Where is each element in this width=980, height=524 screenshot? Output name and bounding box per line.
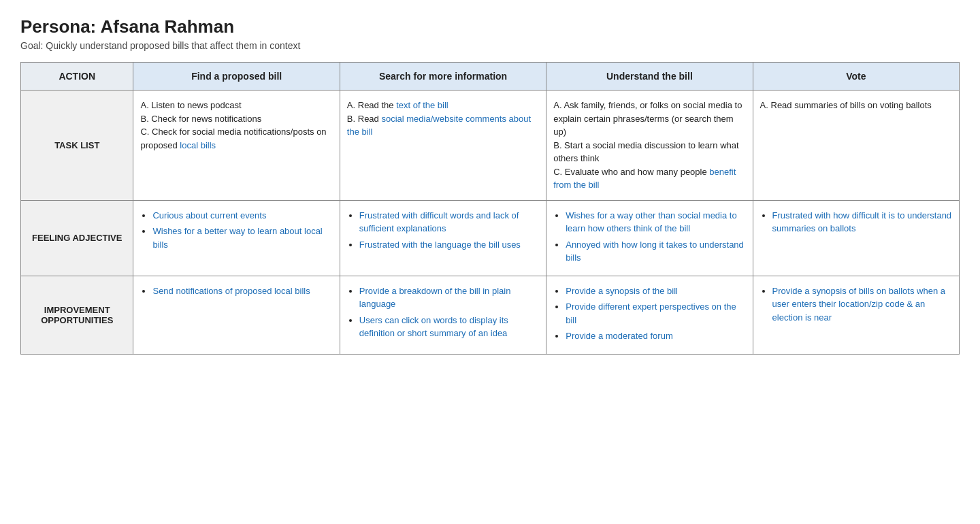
feeling-search-2: Frustrated with the language the bill us… xyxy=(359,238,539,252)
task-search-cell: A. Read the text of the bill B. Read soc… xyxy=(340,91,546,201)
feeling-understand-cell: Wishes for a way other than social media… xyxy=(546,200,753,276)
task-understand-a: A. Ask family, friends, or folks on soci… xyxy=(553,100,742,137)
feeling-search-1: Frustrated with difficult words and lack… xyxy=(359,209,539,235)
page-title: Persona: Afsana Rahman xyxy=(20,16,960,37)
task-find-a: A. Listen to news podcast xyxy=(140,100,241,110)
feeling-understand-1: Wishes for a way other than social media… xyxy=(566,209,745,235)
feeling-vote-cell: Frustrated with how difficult it is to u… xyxy=(753,200,959,276)
task-find-b: B. Check for news notifications xyxy=(140,114,261,124)
table-row-feeling: FEELING ADJECTIVE Curious about current … xyxy=(21,200,960,276)
task-understand-cell: A. Ask family, friends, or folks on soci… xyxy=(546,91,753,201)
feeling-find-2: Wishes for a better way to learn about l… xyxy=(152,225,332,251)
col-header-understand: Understand the bill xyxy=(546,63,753,91)
improvement-understand-cell: Provide a synopsis of the bill Provide d… xyxy=(546,276,753,354)
feeling-vote-1: Frustrated with how difficult it is to u… xyxy=(772,209,952,235)
improvement-search-2: Users can click on words to display its … xyxy=(359,314,539,340)
improvement-vote-1: Provide a synopsis of bills on ballots w… xyxy=(772,284,952,325)
row-label-task: TASK LIST xyxy=(21,91,133,201)
col-header-find: Find a proposed bill xyxy=(133,63,340,91)
feeling-find-cell: Curious about current events Wishes for … xyxy=(133,200,340,276)
improvement-find-1: Send notifications of proposed local bil… xyxy=(152,284,332,298)
improvement-understand-1: Provide a synopsis of the bill xyxy=(566,284,745,298)
col-header-action: ACTION xyxy=(21,63,133,91)
improvement-find-cell: Send notifications of proposed local bil… xyxy=(133,276,340,354)
task-vote-cell: A. Read summaries of bills on voting bal… xyxy=(753,91,959,201)
task-understand-c: C. Evaluate who and how many people bene… xyxy=(553,167,736,191)
row-label-improvement: IMPROVEMENT OPPORTUNITIES xyxy=(21,276,133,354)
page-subtitle: Goal: Quickly understand proposed bills … xyxy=(20,40,960,51)
col-header-vote: Vote xyxy=(753,63,959,91)
feeling-find-1: Curious about current events xyxy=(152,209,332,223)
task-find-c: C. Check for social media notifications/… xyxy=(140,127,326,150)
col-header-search: Search for more information xyxy=(340,63,546,91)
task-understand-b: B. Start a social media discussion to le… xyxy=(553,140,738,164)
feeling-understand-2: Annoyed with how long it takes to unders… xyxy=(566,238,745,265)
task-vote-a: A. Read summaries of bills on voting bal… xyxy=(760,100,932,110)
improvement-search-1: Provide a breakdown of the bill in plain… xyxy=(359,284,539,311)
improvement-understand-3: Provide a moderated forum xyxy=(566,329,745,343)
persona-table: ACTION Find a proposed bill Search for m… xyxy=(20,62,960,355)
task-search-b: B. Read social media/website comments ab… xyxy=(347,114,531,137)
improvement-vote-cell: Provide a synopsis of bills on ballots w… xyxy=(753,276,959,354)
feeling-search-cell: Frustrated with difficult words and lack… xyxy=(340,200,546,276)
improvement-search-cell: Provide a breakdown of the bill in plain… xyxy=(340,276,546,354)
row-label-feeling: FEELING ADJECTIVE xyxy=(21,200,133,276)
improvement-understand-2: Provide different expert perspectives on… xyxy=(566,300,745,327)
table-row-task-list: TASK LIST A. Listen to news podcast B. C… xyxy=(21,91,960,201)
task-search-a: A. Read the text of the bill xyxy=(347,100,448,110)
task-find-cell: A. Listen to news podcast B. Check for n… xyxy=(133,91,340,201)
table-row-improvement: IMPROVEMENT OPPORTUNITIES Send notificat… xyxy=(21,276,960,354)
